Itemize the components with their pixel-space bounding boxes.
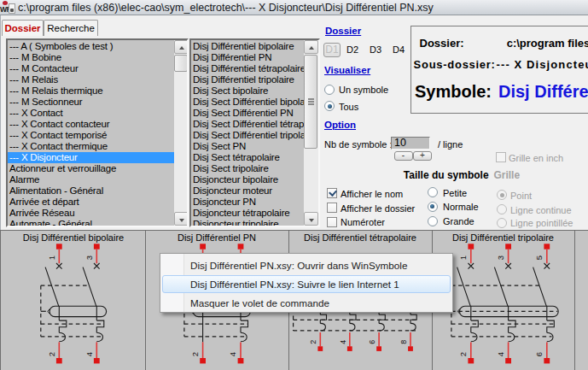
svg-text:1: 1 (47, 255, 56, 260)
svg-text:1: 1 (458, 255, 468, 260)
svg-text:2: 2 (190, 352, 200, 356)
svg-text:8: 8 (399, 340, 408, 344)
svg-text:3: 3 (496, 255, 505, 260)
svg-text:2: 2 (47, 352, 56, 356)
svg-text:6: 6 (368, 340, 376, 344)
svg-text:2: 2 (309, 340, 317, 344)
svg-text:4: 4 (228, 352, 237, 356)
svg-text:4: 4 (496, 352, 505, 356)
svg-text:4: 4 (84, 352, 94, 356)
svg-text:2: 2 (458, 352, 468, 356)
svg-text:5: 5 (534, 255, 544, 260)
svg-text:3: 3 (84, 255, 94, 260)
svg-text:6: 6 (534, 352, 544, 356)
svg-text:4: 4 (339, 340, 347, 344)
